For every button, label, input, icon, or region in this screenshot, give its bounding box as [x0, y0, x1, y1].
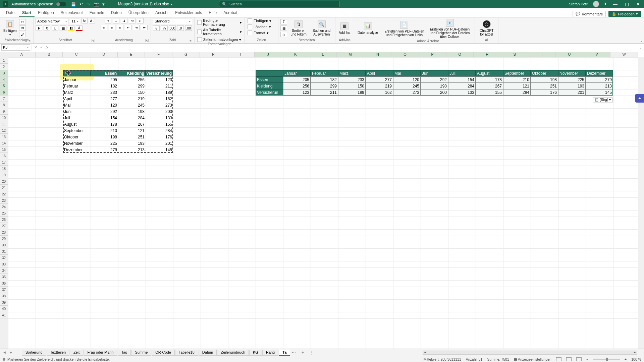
- cell[interactable]: 155: [476, 89, 503, 96]
- sheet-tab[interactable]: Ta: [279, 350, 290, 356]
- pdf-outlook-button[interactable]: 📧Erstellen von PDF-Dateien und Freigeben…: [427, 18, 473, 39]
- cell[interactable]: 201: [146, 140, 173, 146]
- row-header[interactable]: 1: [0, 57, 8, 64]
- column-header[interactable]: D: [90, 52, 118, 57]
- cell[interactable]: 200: [421, 89, 448, 96]
- row-header[interactable]: 12: [0, 127, 8, 134]
- cell[interactable]: 205: [91, 76, 118, 83]
- cell[interactable]: Dezember: [63, 146, 91, 153]
- row-header[interactable]: 6: [0, 89, 8, 96]
- align-right-button[interactable]: ≡: [117, 25, 123, 30]
- cell[interactable]: 120: [91, 102, 118, 108]
- add-sheet-button[interactable]: ＋: [299, 350, 307, 356]
- cell[interactable]: 176: [531, 89, 558, 96]
- search-box[interactable]: 🔍 Suchen: [219, 1, 340, 7]
- cell[interactable]: 277: [366, 76, 393, 83]
- cell[interactable]: 198: [531, 76, 558, 83]
- sheet-tab[interactable]: Summe: [131, 350, 151, 356]
- sheet-next-icon[interactable]: ►: [9, 350, 13, 355]
- diamond-icon[interactable]: ✦: [604, 2, 607, 6]
- decrease-indent-button[interactable]: ⇤: [125, 25, 131, 30]
- row-header[interactable]: 11: [0, 121, 8, 127]
- row-header[interactable]: 38: [0, 293, 8, 299]
- cell[interactable]: 162: [366, 89, 393, 96]
- zoom-level[interactable]: 100 %: [631, 357, 641, 361]
- row-header[interactable]: 23: [0, 197, 8, 204]
- cell[interactable]: 219: [366, 83, 393, 89]
- delete-cells-button[interactable]: Löschen ▾: [247, 24, 276, 29]
- cell[interactable]: 284: [448, 83, 476, 89]
- ribbon-tab-hilfe[interactable]: Hilfe: [205, 9, 220, 17]
- camera-icon[interactable]: 📷: [94, 2, 99, 7]
- cell[interactable]: 210: [503, 76, 531, 83]
- ribbon-tab-daten[interactable]: Daten: [108, 9, 125, 17]
- row-header[interactable]: 39: [0, 299, 8, 306]
- row-header[interactable]: 30: [0, 242, 8, 248]
- find-select-button[interactable]: 🔍Suchen und Auswählen: [310, 19, 333, 37]
- sheet-tab[interactable]: Sortierung: [22, 350, 46, 356]
- normal-view-button[interactable]: [556, 357, 561, 361]
- wrap-text-button[interactable]: ↵: [137, 18, 144, 23]
- row-header[interactable]: 13: [0, 134, 8, 140]
- cell[interactable]: 225: [91, 140, 118, 146]
- orientation-button[interactable]: ⟲: [129, 18, 136, 23]
- cell[interactable]: 219: [118, 96, 146, 102]
- cell[interactable]: 211: [146, 83, 173, 89]
- close-button[interactable]: ✕: [635, 2, 641, 7]
- cell[interactable]: 198: [118, 108, 146, 115]
- row-headers[interactable]: 1234567891011121314151617181920212223242…: [0, 57, 8, 349]
- ribbon-tab-überprüfen[interactable]: Überprüfen: [125, 9, 152, 17]
- row-header[interactable]: 34: [0, 267, 8, 274]
- cell[interactable]: 233: [338, 76, 366, 83]
- column-header[interactable]: L: [309, 52, 337, 57]
- column-header[interactable]: U: [556, 52, 583, 57]
- merge-button[interactable]: ⬌: [141, 25, 148, 30]
- page-break-view-button[interactable]: [576, 357, 582, 361]
- sheet-tab[interactable]: Tag: [118, 350, 131, 356]
- cell[interactable]: 273: [393, 89, 421, 96]
- cell-styles-button[interactable]: Zellenformatvorlagen ▾: [197, 37, 243, 42]
- cell[interactable]: Februar: [63, 83, 91, 89]
- column-header[interactable]: K: [282, 52, 310, 57]
- zoom-in-button[interactable]: +: [625, 357, 627, 361]
- cell[interactable]: 121: [118, 127, 146, 134]
- cell[interactable]: Oktober: [63, 134, 91, 140]
- ribbon-tab-datei[interactable]: Datei: [3, 9, 19, 17]
- cell[interactable]: 193: [558, 83, 586, 89]
- zoom-slider[interactable]: [593, 359, 620, 360]
- expand-formula-icon[interactable]: ⌄: [637, 46, 644, 49]
- share-button[interactable]: 🔓 Freigeben ▾: [608, 11, 641, 17]
- maximize-button[interactable]: ▢: [624, 2, 630, 7]
- cell[interactable]: 273: [146, 102, 173, 108]
- cell[interactable]: 299: [118, 83, 146, 89]
- percent-button[interactable]: %: [161, 25, 168, 31]
- ribbon-tab-einfügen[interactable]: Einfügen: [35, 9, 57, 17]
- cell[interactable]: 150: [118, 89, 146, 96]
- cell[interactable]: 213: [586, 83, 613, 89]
- cell[interactable]: 145: [146, 146, 173, 153]
- row-header[interactable]: 35: [0, 274, 8, 280]
- cell[interactable]: 292: [421, 76, 448, 83]
- cell[interactable]: 133: [146, 115, 173, 121]
- row-header[interactable]: 19: [0, 172, 8, 178]
- cell[interactable]: Kleidung: [256, 83, 283, 89]
- fill-button[interactable]: ▦: [280, 25, 287, 31]
- currency-button[interactable]: €: [153, 25, 160, 31]
- cell[interactable]: 245: [118, 102, 146, 108]
- cell[interactable]: Versicherun: [256, 89, 283, 96]
- cell[interactable]: 277: [91, 96, 118, 102]
- row-header[interactable]: 21: [0, 185, 8, 191]
- sheet-tab[interactable]: KG: [249, 350, 262, 356]
- increase-decimal-button[interactable]: .0: [177, 25, 184, 31]
- cell[interactable]: 121: [503, 83, 531, 89]
- cell[interactable]: September: [503, 70, 531, 76]
- cell[interactable]: Juni: [63, 108, 91, 115]
- column-header[interactable]: E: [118, 52, 145, 57]
- row-header[interactable]: 7: [0, 96, 8, 102]
- column-header[interactable]: A: [8, 52, 36, 57]
- page-layout-view-button[interactable]: [566, 357, 572, 361]
- cell[interactable]: August: [63, 121, 91, 127]
- sheet-tab[interactable]: Zeilenumbruch: [217, 350, 249, 356]
- cell[interactable]: 189: [146, 89, 173, 96]
- column-header[interactable]: T: [528, 52, 556, 57]
